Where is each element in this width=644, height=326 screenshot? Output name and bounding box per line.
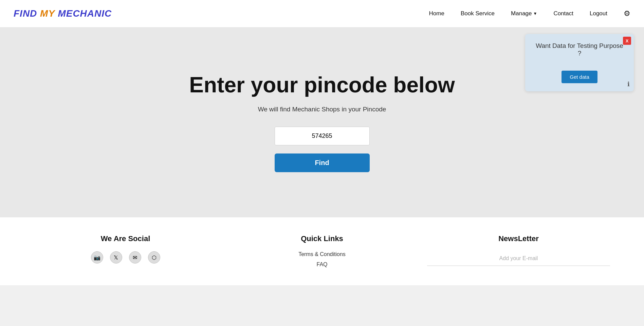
logo-mechanic: MECHANIC	[58, 8, 112, 19]
nav-item-book-service[interactable]: Book Service	[461, 10, 495, 17]
nav-gear-item[interactable]: ⚙	[624, 9, 630, 18]
github-icon[interactable]: ⬡	[148, 251, 160, 264]
newsletter-email-input[interactable]	[427, 251, 610, 266]
nav-item-logout[interactable]: Logout	[590, 10, 607, 17]
nav-book-service-link[interactable]: Book Service	[461, 10, 495, 17]
hero-heading: Enter your pincode below	[189, 72, 455, 97]
hero-section: X Want Data for Testing Purpose ? Get da…	[0, 27, 644, 217]
nav-item-contact[interactable]: Contact	[553, 10, 573, 17]
quicklink-faq[interactable]: FAQ	[231, 261, 413, 268]
quicklinks-title: Quick Links	[231, 234, 413, 243]
nav-home-link[interactable]: Home	[429, 10, 444, 17]
logo-find: FIND	[14, 8, 40, 19]
nav-contact-link[interactable]: Contact	[553, 10, 573, 17]
logo: FIND MY MECHANIC	[14, 8, 112, 19]
instagram-icon[interactable]: 📷	[91, 251, 103, 264]
social-title: We Are Social	[34, 234, 217, 243]
footer: We Are Social 📷 𝕏 ✉ ⬡ Quick Links Terms …	[0, 217, 644, 285]
testing-popup: X Want Data for Testing Purpose ? Get da…	[525, 34, 634, 91]
social-icons: 📷 𝕏 ✉ ⬡	[34, 251, 217, 264]
newsletter-title: NewsLetter	[427, 234, 610, 243]
quicklink-terms[interactable]: Terms & Conditions	[231, 251, 413, 257]
quicklinks-list: Terms & Conditions FAQ	[231, 251, 413, 268]
nav-logout-link[interactable]: Logout	[590, 10, 607, 17]
nav-item-home[interactable]: Home	[429, 10, 444, 17]
email-icon[interactable]: ✉	[129, 251, 141, 264]
nav-manage-label: Manage	[511, 10, 532, 17]
footer-quicklinks-col: Quick Links Terms & Conditions FAQ	[224, 234, 420, 272]
popup-text: Want Data for Testing Purpose ?	[535, 42, 624, 57]
navbar: FIND MY MECHANIC Home Book Service Manag…	[0, 0, 644, 27]
chevron-down-icon: ▼	[533, 11, 537, 16]
get-data-button[interactable]: Get data	[562, 71, 597, 83]
popup-close-button[interactable]: X	[623, 37, 631, 45]
nav-item-manage[interactable]: Manage ▼	[511, 10, 537, 17]
terms-link[interactable]: Terms & Conditions	[298, 251, 346, 257]
footer-newsletter-col: NewsLetter	[420, 234, 617, 272]
info-icon[interactable]: ℹ	[627, 80, 630, 88]
nav-manage-dropdown[interactable]: Manage ▼	[511, 10, 537, 17]
logo-my: MY	[40, 8, 58, 19]
footer-social-col: We Are Social 📷 𝕏 ✉ ⬡	[27, 234, 224, 272]
hero-subtext: We will find Mechanic Shops in your Pinc…	[258, 106, 386, 113]
pincode-input[interactable]	[275, 127, 370, 145]
faq-link[interactable]: FAQ	[316, 261, 327, 267]
nav-links: Home Book Service Manage ▼ Contact Logou…	[429, 9, 630, 18]
find-button[interactable]: Find	[275, 153, 370, 172]
twitter-icon[interactable]: 𝕏	[110, 251, 122, 264]
gear-icon[interactable]: ⚙	[624, 9, 630, 18]
